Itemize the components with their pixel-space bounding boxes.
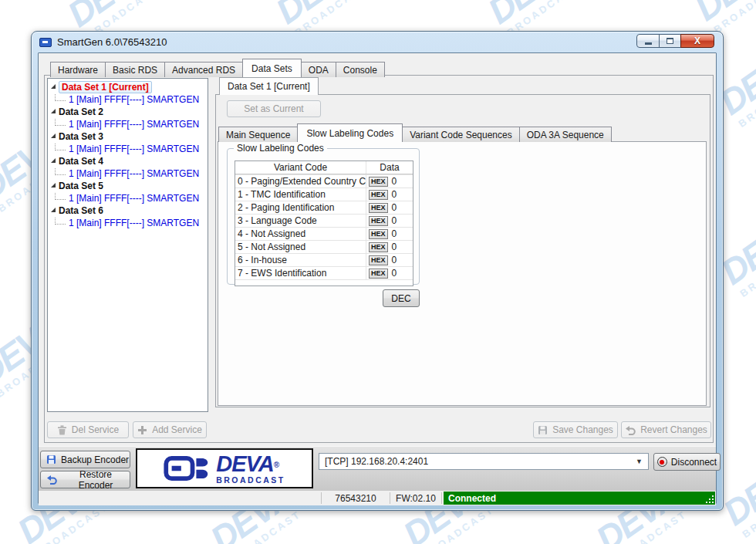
tab-data-sets[interactable]: Data Sets <box>242 59 302 77</box>
firmware-version: FW:02.10 <box>390 491 441 505</box>
tree-item-service[interactable]: 1 [Main] FFFF[----] SMARTGEN <box>48 192 208 204</box>
variant-code-cell: 7 - EWS Identification <box>235 267 366 279</box>
table-row: 7 - EWS Identification HEX 0 <box>235 266 413 279</box>
hex-toggle-button[interactable]: HEX <box>369 216 388 226</box>
tree-expander-icon[interactable] <box>51 133 56 138</box>
connection-select[interactable]: [TCP] 192.168.20.4:2401 ▼ <box>319 453 649 470</box>
groupbox-title: Slow Labeling Codes <box>234 143 327 154</box>
add-service-button[interactable]: Add Service <box>133 421 207 438</box>
data-value[interactable]: 0 <box>392 228 397 239</box>
tree-item-service[interactable]: 1 [Main] FFFF[----] SMARTGEN <box>48 93 208 106</box>
data-cell: HEX 0 <box>366 201 413 214</box>
app-window: SmartGen 6.0\76543210 X Hardware Basic R… <box>31 31 724 511</box>
tab-oda[interactable]: ODA <box>301 62 336 77</box>
resize-grip[interactable] <box>707 496 714 503</box>
save-changes-button[interactable]: Save Changes <box>533 421 618 438</box>
data-value[interactable]: 0 <box>392 215 397 226</box>
data-cell: HEX 0 <box>366 175 413 188</box>
dataset-tree[interactable]: Data Set 1 [Current] 1 [Main] FFFF[----]… <box>47 78 208 412</box>
status-bar: 76543210 FW:02.10 Connected <box>39 491 716 505</box>
backup-encoder-button[interactable]: Backup Encoder <box>40 451 130 468</box>
tree-item-service[interactable]: 1 [Main] FFFF[----] SMARTGEN <box>48 167 208 180</box>
dec-button[interactable]: DEC <box>383 289 420 307</box>
hex-toggle-button[interactable]: HEX <box>369 269 388 279</box>
tab-slow-labeling-codes[interactable]: Slow Labeling Codes <box>297 123 403 142</box>
tree-item-dataset-4[interactable]: Data Set 4 <box>48 155 208 167</box>
tab-basic-rds[interactable]: Basic RDS <box>105 62 165 77</box>
revert-icon <box>625 425 636 435</box>
titlebar[interactable]: SmartGen 6.0\76543210 <box>32 32 723 52</box>
del-service-button[interactable]: Del Service <box>47 421 129 438</box>
data-cell: HEX 0 <box>366 188 413 201</box>
tree-item-dataset-2[interactable]: Data Set 2 <box>48 106 208 118</box>
tree-item-service[interactable]: 1 [Main] FFFF[----] SMARTGEN <box>48 143 208 155</box>
tab-variant-code-sequences[interactable]: Variant Code Sequences <box>402 127 520 142</box>
tree-item-label: Data Set 3 <box>59 131 103 142</box>
tab-hardware[interactable]: Hardware <box>50 62 106 77</box>
table-row: 4 - Not Assigned HEX 0 <box>235 227 413 240</box>
restore-encoder-button[interactable]: Restore Encoder <box>40 471 130 488</box>
data-value[interactable]: 0 <box>392 202 397 213</box>
tree-item-dataset-5[interactable]: Data Set 5 <box>48 180 208 192</box>
bottom-bar: Backup Encoder Restore Encoder DEVA® BRO… <box>39 446 716 491</box>
tree-connector <box>55 193 66 200</box>
data-cell: HEX 0 <box>366 267 413 279</box>
tree-item-dataset-1[interactable]: Data Set 1 [Current] <box>48 81 208 93</box>
db-monogram-icon <box>164 455 211 481</box>
tree-connector <box>55 168 66 175</box>
tab-oda-3a-sequence[interactable]: ODA 3A Sequence <box>519 127 612 142</box>
hex-toggle-button[interactable]: HEX <box>369 177 388 187</box>
tree-expander-icon[interactable] <box>51 208 56 212</box>
tree-item-dataset-3[interactable]: Data Set 3 <box>48 130 208 143</box>
hex-toggle-button[interactable]: HEX <box>369 190 388 200</box>
trash-icon <box>57 425 67 435</box>
tree-expander-icon[interactable] <box>51 158 56 163</box>
tab-console[interactable]: Console <box>336 62 385 77</box>
variant-code-cell: 3 - Language Code <box>235 215 366 227</box>
hex-toggle-button[interactable]: HEX <box>369 203 388 213</box>
dataset-detail-page: Set as Current Main Sequence Slow Labeli… <box>215 94 710 407</box>
tree-item-service[interactable]: 1 [Main] FFFF[----] SMARTGEN <box>48 118 208 130</box>
tab-main-sequence[interactable]: Main Sequence <box>218 127 298 142</box>
tree-connector <box>55 119 66 126</box>
data-value[interactable]: 0 <box>392 242 397 252</box>
restore-arrow-icon <box>46 475 57 485</box>
data-value[interactable]: 0 <box>392 255 397 265</box>
tree-expander-icon[interactable] <box>51 183 56 188</box>
slow-labeling-page: Slow Labeling Codes Variant Code Data 0 … <box>218 141 707 406</box>
maximize-button[interactable] <box>659 34 681 48</box>
data-value[interactable]: 0 <box>392 189 397 200</box>
tree-expander-icon[interactable] <box>51 84 56 89</box>
slow-labeling-table: Variant Code Data 0 - Paging/Extended Co… <box>235 160 413 286</box>
data-value[interactable]: 0 <box>392 176 397 187</box>
table-header-row: Variant Code Data <box>235 161 413 174</box>
tree-item-dataset-6[interactable]: Data Set 6 <box>48 204 208 217</box>
table-row: 6 - In-house HEX 0 <box>235 253 413 266</box>
data-value[interactable]: 0 <box>392 268 397 279</box>
tab-dataset-current[interactable]: Data Set 1 [Current] <box>219 77 319 95</box>
add-service-label: Add Service <box>152 424 202 435</box>
data-cell: HEX 0 <box>366 241 413 253</box>
data-header: Data <box>366 161 413 174</box>
disconnect-button[interactable]: Disconnect <box>653 453 721 471</box>
hex-toggle-button[interactable]: HEX <box>369 242 388 252</box>
revert-changes-button[interactable]: Revert Changes <box>621 421 711 438</box>
variant-code-cell: 6 - In-house <box>235 254 366 266</box>
tree-item-service[interactable]: 1 [Main] FFFF[----] SMARTGEN <box>48 217 208 229</box>
tab-advanced-rds[interactable]: Advanced RDS <box>164 62 243 77</box>
minimize-button[interactable] <box>636 34 660 48</box>
tree-connector <box>55 94 66 101</box>
close-button[interactable]: X <box>680 34 714 48</box>
hex-toggle-button[interactable]: HEX <box>369 255 388 265</box>
hex-toggle-button[interactable]: HEX <box>369 229 388 239</box>
window-controls: X <box>637 34 714 48</box>
set-as-current-button[interactable]: Set as Current <box>227 100 321 117</box>
logo-text: DEVA® BROADCAST <box>216 453 285 485</box>
tree-item-label: 1 [Main] FFFF[----] SMARTGEN <box>69 218 199 228</box>
data-sets-page: Data Set 1 [Current] 1 [Main] FFFF[----]… <box>44 75 714 443</box>
main-tab-strip: Hardware Basic RDS Advanced RDS Data Set… <box>51 59 385 77</box>
tree-item-label: Data Set 1 [Current] <box>59 81 152 93</box>
tree-expander-icon[interactable] <box>51 109 56 113</box>
device-id: 76543210 <box>322 491 390 505</box>
sequence-tab-strip: Main Sequence Slow Labeling Codes Varian… <box>219 123 612 142</box>
